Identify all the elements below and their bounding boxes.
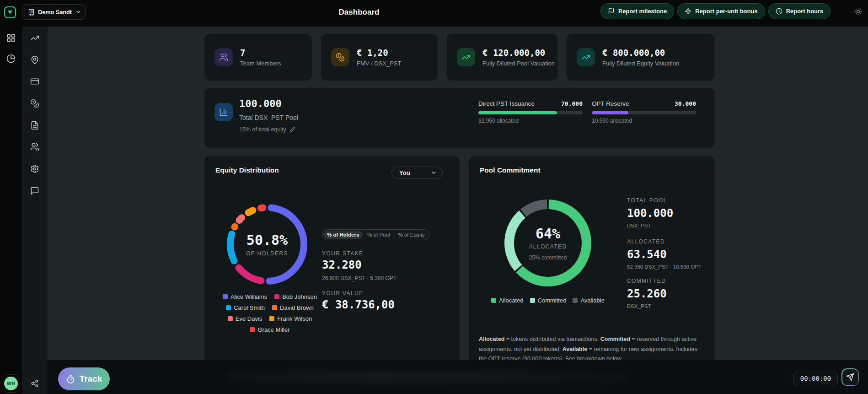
progress-fill <box>478 111 557 114</box>
report-per-unit-bonus-button[interactable]: Report per-unit bonus <box>677 3 765 19</box>
user-avatar[interactable]: WR <box>4 377 18 390</box>
sidebar-item-dashboard[interactable] <box>2 29 20 47</box>
card-title: Pool Commitment <box>480 166 541 174</box>
report-milestone-button[interactable]: Report milestone <box>600 3 674 19</box>
sidebar-item-equity[interactable] <box>2 49 20 68</box>
pie-chart-icon <box>6 54 16 63</box>
sidebar-item-feedback[interactable] <box>26 182 44 200</box>
your-stake-label: YOUR STAKE <box>322 250 363 257</box>
tab--of-pool[interactable]: % of Pool <box>364 231 393 239</box>
topbar-actions: Report milestone Report per-unit bonus R… <box>600 3 830 19</box>
equity-percent-text: 15% of total equity <box>239 126 286 133</box>
legend-item: Committed <box>530 297 567 304</box>
tab--of-equity[interactable]: % of Equity <box>395 231 429 239</box>
equity-distribution-card: Equity Distribution You 50.8% OF HOLDERS… <box>204 156 460 360</box>
stat-card-fmv: € 1,20 FMV / DSX_PST <box>321 33 438 81</box>
pool-commitment-card: Pool Commitment 64% ALLOCATED 25% commit… <box>468 156 715 360</box>
legend-item: Eve Davis <box>228 315 263 322</box>
sidebar-item-performance[interactable] <box>26 29 44 47</box>
card-title: Equity Distribution <box>215 166 279 174</box>
stat-label: FMV / DSX_PST <box>357 60 402 67</box>
users-icon <box>30 142 39 151</box>
bar-label: Direct PST Issuance <box>478 100 535 107</box>
document-icon <box>30 121 39 130</box>
sidebar-item-payments[interactable] <box>26 72 44 91</box>
bar-value: 70.000 <box>561 100 583 107</box>
dashboard-grid-icon <box>6 33 16 43</box>
sidebar-item-tokens[interactable] <box>26 94 44 113</box>
app-logo <box>4 6 16 18</box>
chevron-down-icon <box>431 170 437 176</box>
main-content: 7 Team Members € 1,20 FMV / DSX_PST € 12… <box>48 27 868 360</box>
holder-filter-select[interactable]: You <box>391 167 443 179</box>
committed-stat: COMMITTED 25.260 DSX_PST <box>627 278 667 309</box>
legend-item: Grace Miller <box>250 326 289 333</box>
pool-footnote: Allocated = tokens distributed via trans… <box>479 335 701 360</box>
your-stake-value: 32.280 <box>322 259 362 271</box>
sidebar-item-milestones[interactable] <box>26 51 44 69</box>
chevron-down-icon <box>75 9 81 15</box>
progress-fill <box>592 111 628 114</box>
legend-item: Carol Smith <box>226 304 265 311</box>
report-hours-button[interactable]: Report hours <box>768 3 831 19</box>
sidebar-item-team[interactable] <box>26 138 44 156</box>
tab--of-holders[interactable]: % of Holders <box>323 231 363 239</box>
trending-up-icon <box>577 48 595 66</box>
sidebar-item-settings[interactable] <box>26 160 44 178</box>
equity-metric-tabs: % of Holders% of Pool% of Equity <box>322 229 430 240</box>
send-button[interactable] <box>841 368 859 386</box>
stat-card-team-members: 7 Team Members <box>204 33 312 81</box>
stat-label: Team Members <box>240 60 281 67</box>
flag-icon <box>608 8 615 15</box>
send-plane-icon <box>846 373 854 381</box>
footer-bar: Track 00:00:00 <box>48 360 868 394</box>
legend-swatch <box>272 305 277 310</box>
track-button[interactable]: Track <box>58 367 110 390</box>
stat-value: 100.000 <box>627 207 673 220</box>
progress-track <box>592 111 696 114</box>
stat-value: € 800.000,00 <box>602 48 679 58</box>
sidebar-item-documents[interactable] <box>26 116 44 135</box>
legend-swatch <box>530 298 535 303</box>
legend-swatch <box>223 294 228 299</box>
stat-subtext: DSX_PST <box>627 303 667 309</box>
stat-subtext: DSX_PST <box>627 223 673 228</box>
allocated-stat: ALLOCATED 63.540 52.950 DSX_PST · 10.590… <box>627 238 702 270</box>
stat-value: 25.260 <box>627 287 667 300</box>
zap-icon <box>685 8 691 15</box>
org-switcher-button[interactable]: Demo Sandbo... <box>22 4 86 20</box>
button-label: Report hours <box>786 8 824 15</box>
stat-subtext: 52.950 DSX_PST · 10.590 OPT <box>627 264 702 270</box>
trending-up-icon <box>30 33 39 43</box>
direct-pst-issuance-bar: Direct PST Issuance 70.000 52.950 alloca… <box>478 100 583 124</box>
map-pin-icon <box>30 55 39 65</box>
legend-swatch <box>491 298 496 303</box>
legend-item: Available <box>573 297 605 304</box>
coins-icon <box>30 99 39 108</box>
progress-track <box>478 111 583 114</box>
bar-allocated-text: 52.950 allocated <box>478 118 583 124</box>
stat-label: ALLOCATED <box>627 238 702 245</box>
edit-pencil-icon[interactable] <box>289 127 295 133</box>
page-title: Dashboard <box>322 8 396 17</box>
stat-value: 7 <box>240 48 281 58</box>
stat-label: Fully Diluted Equity Valuation <box>602 60 679 67</box>
select-value: You <box>399 169 410 176</box>
share-button[interactable] <box>26 374 44 393</box>
track-label: Track <box>80 374 102 384</box>
stat-label: Fully Diluted Pool Valuation <box>482 60 555 67</box>
legend-item: Allocated <box>491 297 523 304</box>
theme-toggle-sun-icon[interactable] <box>853 7 863 16</box>
button-label: Report per-unit bonus <box>695 8 758 15</box>
your-value-label: YOUR VALUE <box>322 290 363 297</box>
pool-donut-chart <box>498 193 598 293</box>
stats-row: 7 Team Members € 1,20 FMV / DSX_PST € 12… <box>204 33 715 81</box>
total-pool-subtext: 15% of total equity <box>239 126 295 133</box>
legend-item: Bob Johnson <box>274 293 317 300</box>
coins-icon <box>331 48 349 66</box>
clock-icon <box>776 8 782 15</box>
credit-card-icon <box>30 77 39 86</box>
timer-display: 00:00:00 <box>793 371 838 386</box>
your-stake-subtext: 26.900 DSX_PST · 5.380 OPT <box>322 275 396 281</box>
legend-swatch <box>573 298 578 303</box>
